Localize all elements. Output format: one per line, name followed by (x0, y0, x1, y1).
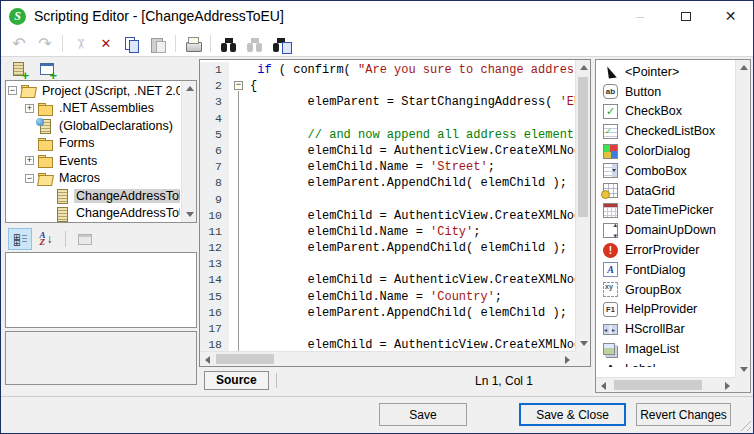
code-line[interactable]: 2−{ (200, 78, 575, 94)
code-line[interactable]: 5 // and now append all address elements… (200, 127, 575, 143)
toolbox-list[interactable]: <Pointer>abButton✓CheckBox✓CheckedListBo… (597, 62, 734, 367)
maximize-button[interactable] (663, 1, 708, 31)
collapse-icon[interactable]: − (25, 174, 34, 183)
groupbox-icon: xy (603, 282, 618, 297)
toolbox-item-hscrollbar[interactable]: HScrollBar (597, 319, 734, 339)
properties-list[interactable] (5, 252, 197, 328)
save-and-close-button[interactable]: Save & Close (519, 403, 626, 426)
project-tree-panel: −Project (JScript, .NET 2.0)+.NET Assemb… (5, 80, 197, 223)
editor-vertical-scrollbar[interactable] (575, 60, 590, 351)
toolbox-item-label: Label (625, 362, 656, 367)
toolbox-item-combobox[interactable]: ComboBox (597, 161, 734, 181)
code-editor[interactable]: 1 if ( confirm( "Are you sure to change … (199, 59, 591, 367)
copy-button[interactable] (120, 33, 144, 55)
toolbox-item-checkbox[interactable]: ✓CheckBox (597, 102, 734, 122)
toolbox-item-label: CheckBox (625, 104, 682, 118)
code-line[interactable]: 13 (200, 256, 575, 272)
code-lines[interactable]: 1 if ( confirm( "Are you sure to change … (200, 62, 575, 351)
code-line[interactable]: 10 elemChild = AuthenticView.CreateXMLNo… (200, 208, 575, 224)
code-line[interactable]: 15 elemChild.Name = 'Country'; (200, 289, 575, 305)
find-button[interactable] (216, 33, 240, 55)
scroll-down-icon[interactable] (736, 362, 751, 377)
scrollbar-thumb[interactable] (216, 354, 274, 364)
title-bar[interactable]: S Scripting Editor - [ChangeAddressToEU]… (1, 1, 753, 31)
replace-button[interactable] (268, 33, 292, 55)
scroll-up-icon[interactable] (182, 81, 197, 96)
delete-button[interactable]: ✕ (94, 33, 118, 55)
scroll-left-icon[interactable] (596, 378, 611, 393)
minimize-button[interactable]: – (618, 1, 663, 31)
toolbox-item-checkedlistbox[interactable]: ✓CheckedListBox (597, 121, 734, 141)
code-line[interactable]: 1 if ( confirm( "Are you sure to change … (200, 62, 575, 78)
code-line[interactable]: 3 elemParent = StartChangingAddress( 'EU… (200, 94, 575, 110)
scroll-up-icon[interactable] (736, 60, 751, 75)
editor-horizontal-scrollbar[interactable] (200, 351, 575, 366)
scroll-up-icon[interactable] (576, 60, 591, 75)
property-pages-icon (78, 234, 92, 245)
code-line[interactable]: 9 (200, 192, 575, 208)
print-button[interactable] (181, 33, 205, 55)
fold-margin (229, 143, 250, 159)
expand-icon[interactable]: + (25, 104, 34, 113)
scrollbar-thumb[interactable] (614, 380, 702, 390)
save-button[interactable]: Save (379, 403, 467, 426)
toolbox-item-button[interactable]: abButton (597, 82, 734, 102)
code-line[interactable]: 14 elemChild = AuthenticView.CreateXMLNo… (200, 272, 575, 288)
code-line[interactable]: 6 elemChild = AuthenticView.CreateXMLNod… (200, 143, 575, 159)
scrollbar-thumb[interactable] (578, 77, 588, 217)
new-macro-button[interactable] (9, 60, 29, 78)
expand-icon[interactable]: + (25, 156, 34, 165)
code-line[interactable]: 16 elemParent.AppendChild( elemChild ); (200, 305, 575, 321)
tree-item-net-assemblies[interactable]: +.NET Assemblies (6, 100, 180, 118)
scroll-down-icon[interactable] (182, 207, 197, 222)
toolbox-item-domainupdown[interactable]: DomainUpDown (597, 220, 734, 240)
fold-collapse-icon[interactable]: − (234, 81, 243, 90)
new-form-button[interactable] (37, 60, 57, 78)
code-line[interactable]: 4 (200, 111, 575, 127)
categorized-view-button[interactable] (8, 228, 32, 250)
tree-item-changeaddresstoeu[interactable]: ChangeAddressToEU (6, 187, 180, 205)
toolbox-item-datetimepicker[interactable]: DateTimePicker (597, 201, 734, 221)
toolbox-item-colordialog[interactable]: ColorDialog (597, 141, 734, 161)
folder-icon (37, 137, 53, 150)
toolbox-horizontal-scrollbar[interactable] (596, 377, 735, 392)
tree-item-globaldeclarations[interactable]: (GlobalDeclarations) (6, 117, 180, 135)
code-line[interactable]: 18 elemChild = AuthenticView.CreateXMLNo… (200, 337, 575, 351)
code-line[interactable]: 17 (200, 321, 575, 337)
toolbox-item-datagrid[interactable]: DataGrid (597, 181, 734, 201)
resize-grip[interactable] (738, 418, 751, 431)
alphabetical-sort-button[interactable]: AZ ↓ (34, 228, 58, 250)
scroll-right-icon[interactable] (720, 378, 735, 393)
code-text: elemChild = AuthenticView.CreateXMLNode( (250, 208, 575, 224)
code-line[interactable]: 8 elemParent.AppendChild( elemChild ); (200, 175, 575, 191)
tree-item-project-jscript-net-2-0[interactable]: −Project (JScript, .NET 2.0) (6, 82, 180, 100)
tree-item-changeaddresstous[interactable]: ChangeAddressToUS (6, 205, 180, 223)
code-text: elemParent = StartChangingAddress( 'EU' … (250, 94, 575, 110)
toolbox-item-errorprovider[interactable]: !ErrorProvider (597, 240, 734, 260)
toolbox-item-imagelist[interactable]: ImageList (597, 339, 734, 359)
tree-item-macros[interactable]: −Macros (6, 170, 180, 188)
scroll-left-icon[interactable] (200, 352, 215, 367)
tree-item-events[interactable]: +Events (6, 152, 180, 170)
revert-changes-button[interactable]: Revert Changes (636, 403, 731, 426)
project-tree-scrollbar[interactable] (181, 81, 196, 222)
toolbox-item-helpprovider[interactable]: F1HelpProvider (597, 300, 734, 320)
code-line[interactable]: 11 elemChild.Name = 'City'; (200, 224, 575, 240)
toolbox-item-fontdialog[interactable]: AFontDialog (597, 260, 734, 280)
toolbox-item-pointer[interactable]: <Pointer> (597, 62, 734, 82)
close-button[interactable]: ✕ (708, 1, 753, 31)
toolbox-item-label[interactable]: ALabel (597, 359, 734, 367)
fold-margin (229, 192, 250, 208)
toolbox-vertical-scrollbar[interactable] (735, 60, 750, 377)
collapse-icon[interactable]: − (8, 86, 17, 95)
property-pages-button (73, 228, 97, 250)
scroll-down-icon[interactable] (576, 336, 591, 351)
source-tab[interactable]: Source (204, 371, 269, 390)
code-line[interactable]: 12 elemParent.AppendChild( elemChild ); (200, 240, 575, 256)
fold-margin (229, 175, 250, 191)
tree-item-forms[interactable]: Forms (6, 135, 180, 153)
project-tree[interactable]: −Project (JScript, .NET 2.0)+.NET Assemb… (6, 82, 180, 222)
toolbox-item-groupbox[interactable]: xyGroupBox (597, 280, 734, 300)
code-line[interactable]: 7 elemChild.Name = 'Street'; (200, 159, 575, 175)
scroll-right-icon[interactable] (560, 352, 575, 367)
